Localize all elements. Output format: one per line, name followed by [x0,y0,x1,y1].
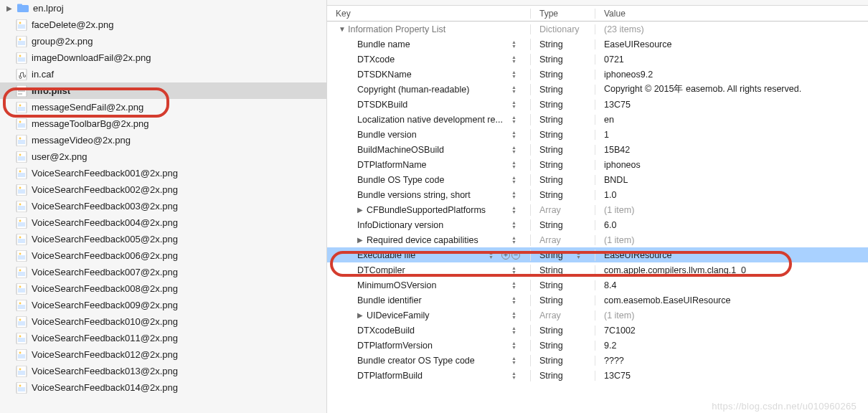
file-row[interactable]: messageVideo@2x.png [0,132,326,148]
add-icon[interactable]: + [501,251,510,260]
plist-value-label: en [595,115,868,125]
file-row[interactable]: faceDelete@2x.png [0,16,326,33]
key-stepper-icon[interactable] [511,189,519,201]
key-stepper-icon[interactable] [511,204,519,216]
key-stepper-icon[interactable] [511,280,519,291]
file-row[interactable]: VoiceSearchFeedback002@2x.png [0,181,326,198]
key-stepper-icon[interactable] [511,340,519,351]
file-row[interactable]: messageSendFail@2x.png [0,99,326,115]
type-stepper-icon[interactable] [576,250,583,261]
file-row[interactable]: VoiceSearchFeedback005@2x.png [0,231,326,247]
folder-row[interactable]: ▶en.lproj [0,0,326,16]
file-row[interactable]: in.caf [0,66,326,82]
file-row[interactable]: messageToolbarBg@2x.png [0,115,326,132]
file-row[interactable]: VoiceSearchFeedback004@2x.png [0,214,326,231]
key-stepper-icon[interactable] [511,265,519,276]
plist-row[interactable]: Localization native development re...Str… [327,112,868,127]
file-row[interactable]: VoiceSearchFeedback003@2x.png [0,198,326,214]
plist-row[interactable]: Copyright (human-readable)StringCopyrigh… [327,82,868,97]
file-row[interactable]: user@2x.png [0,148,326,165]
plist-row[interactable]: DTXcodeString0721 [327,52,868,67]
file-row[interactable]: VoiceSearchFeedback001@2x.png [0,165,326,181]
key-stepper-icon[interactable] [511,84,519,95]
file-row[interactable]: VoiceSearchFeedback009@2x.png [0,297,326,313]
disclosure-triangle-icon[interactable]: ▼ [339,26,345,32]
plist-key-label: MinimumOSVersion [357,280,436,290]
key-stepper-icon[interactable] [511,174,519,186]
plist-row[interactable]: Bundle creator OS Type codeString???? [327,353,868,368]
plist-row[interactable]: BuildMachineOSBuildString15B42 [327,142,868,157]
plist-row[interactable]: DTXcodeBuildString7C1002 [327,323,868,338]
disclosure-triangle-icon[interactable]: ▶ [357,312,364,318]
column-header-type[interactable]: Type [531,9,595,19]
plist-type-label: String [539,175,563,185]
file-row[interactable]: VoiceSearchFeedback011@2x.png [0,330,326,346]
plist-value-label: 8.4 [595,280,868,290]
file-name-label: messageVideo@2x.png [32,135,131,146]
disclosure-triangle-icon[interactable]: ▶ [357,206,364,213]
key-stepper-icon[interactable] [489,250,496,261]
key-stepper-icon[interactable] [511,355,519,366]
column-header-value[interactable]: Value [595,9,868,19]
disclosure-triangle-icon[interactable]: ▶ [6,5,13,12]
plist-value-label: (1 item) [595,310,868,321]
plist-type-label: String [539,145,563,155]
key-stepper-icon[interactable] [511,39,519,50]
key-stepper-icon[interactable] [511,159,519,171]
key-stepper-icon[interactable] [511,144,519,156]
plist-row[interactable]: Executable file+−StringEaseUIResource [327,247,868,262]
plist-root-row[interactable]: ▼Information Property ListDictionary(23 … [327,22,868,37]
plist-row[interactable]: Bundle versions string, shortString1.0 [327,187,868,202]
plist-row[interactable]: Bundle OS Type codeStringBNDL [327,172,868,187]
key-stepper-icon[interactable] [511,234,519,246]
plist-row[interactable]: DTPlatformNameStringiphoneos [327,157,868,172]
file-row[interactable]: VoiceSearchFeedback006@2x.png [0,247,326,264]
plist-row[interactable]: DTCompilerStringcom.apple.compilers.llvm… [327,262,868,277]
file-row[interactable]: group@2x.png [0,33,326,49]
file-row[interactable]: VoiceSearchFeedback008@2x.png [0,280,326,297]
file-name-label: in.caf [32,69,54,80]
file-row[interactable]: Info.plist [0,82,326,99]
file-row[interactable]: VoiceSearchFeedback013@2x.png [0,363,326,379]
plist-row[interactable]: DTSDKNameStringiphoneos9.2 [327,67,868,82]
key-stepper-icon[interactable] [511,325,519,336]
file-name-label: VoiceSearchFeedback009@2x.png [32,300,178,310]
plist-row[interactable]: ▶UIDeviceFamilyArray(1 item) [327,308,868,323]
file-row[interactable]: VoiceSearchFeedback010@2x.png [0,313,326,330]
audio-icon [16,69,27,80]
plist-row[interactable]: DTSDKBuildString13C75 [327,97,868,112]
plist-type-label: String [539,341,563,351]
plist-key-label: InfoDictionary version [357,220,443,230]
column-header-key[interactable]: Key [327,9,531,19]
file-row[interactable]: VoiceSearchFeedback007@2x.png [0,264,326,280]
plist-row[interactable]: MinimumOSVersionString8.4 [327,277,868,293]
plist-row[interactable]: DTPlatformVersionString9.2 [327,338,868,353]
plist-value-label: 1.0 [595,190,868,200]
key-stepper-icon[interactable] [511,54,519,65]
plist-row[interactable]: DTPlatformBuildString13C75 [327,368,868,383]
file-row[interactable]: imageDownloadFail@2x.png [0,49,326,66]
key-stepper-icon[interactable] [511,310,519,321]
add-remove-buttons[interactable]: +− [501,251,520,260]
plist-row[interactable]: Bundle nameStringEaseUIResource [327,37,868,52]
plist-value-label: com.apple.compilers.llvm.clang.1_0 [595,265,868,275]
key-stepper-icon[interactable] [511,219,519,231]
file-row[interactable]: VoiceSearchFeedback012@2x.png [0,346,326,363]
key-stepper-icon[interactable] [511,114,519,125]
plist-icon [16,85,27,97]
file-row[interactable]: VoiceSearchFeedback014@2x.png [0,379,326,396]
plist-row[interactable]: Bundle identifierStringcom.easemob.EaseU… [327,293,868,308]
plist-row[interactable]: ▶CFBundleSupportedPlatformsArray(1 item) [327,202,868,217]
plist-row[interactable]: Bundle versionString1 [327,127,868,142]
plist-row[interactable]: ▶Required device capabilitiesArray(1 ite… [327,232,868,247]
plist-value-label[interactable]: EaseUIResource [595,250,868,260]
key-stepper-icon[interactable] [511,370,519,381]
key-stepper-icon[interactable] [511,129,519,141]
plist-row[interactable]: InfoDictionary versionString6.0 [327,217,868,232]
plist-key-label: Information Property List [348,24,445,34]
disclosure-triangle-icon[interactable]: ▶ [357,237,364,243]
remove-icon[interactable]: − [511,251,520,260]
key-stepper-icon[interactable] [511,295,519,306]
key-stepper-icon[interactable] [511,99,519,110]
key-stepper-icon[interactable] [511,69,519,80]
